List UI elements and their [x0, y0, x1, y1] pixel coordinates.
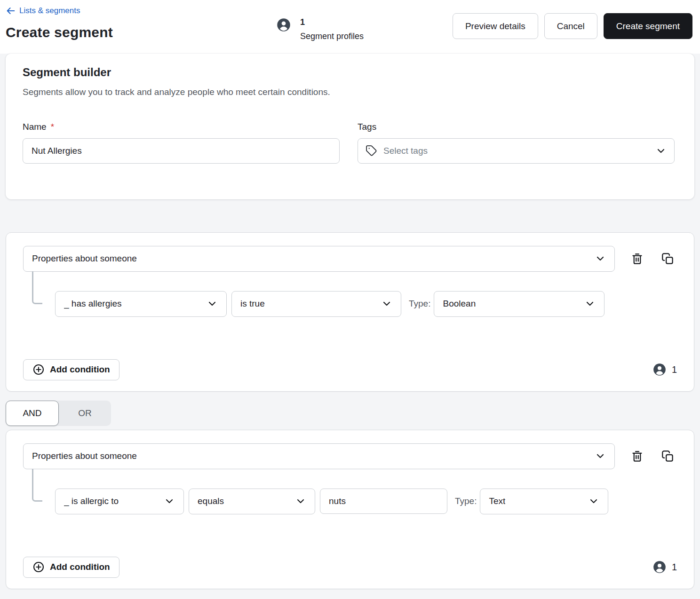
type-select-value: Text	[489, 496, 505, 506]
profile-count-value: 1	[300, 18, 364, 27]
condition-header: Properties about someone	[23, 246, 677, 272]
connector-line	[32, 271, 42, 304]
category-select[interactable]: Properties about someone	[23, 443, 615, 469]
profile-count-label: Segment profiles	[300, 32, 364, 41]
profile-icon	[277, 18, 291, 32]
property-select-value: _ is allergic to	[64, 496, 119, 506]
builder-description: Segments allow you to track and analyze …	[23, 87, 675, 97]
chevron-down-icon	[595, 450, 606, 462]
condition-footer: Add condition 1	[23, 557, 677, 578]
chevron-down-icon	[381, 298, 392, 309]
type-select-value: Boolean	[443, 299, 476, 309]
property-select[interactable]: _ has allergies	[55, 291, 227, 317]
or-toggle-button[interactable]: OR	[59, 401, 111, 426]
type-label: Type:	[455, 496, 477, 506]
add-condition-label: Add condition	[50, 562, 110, 572]
preview-details-button[interactable]: Preview details	[453, 13, 538, 39]
builder-heading: Segment builder	[23, 66, 675, 79]
tags-select[interactable]	[358, 138, 675, 164]
type-group: Type: Boolean	[409, 291, 605, 317]
segment-name-input[interactable]	[23, 138, 340, 164]
type-select[interactable]: Boolean	[434, 291, 605, 317]
type-select[interactable]: Text	[480, 489, 608, 514]
trash-icon	[631, 450, 644, 463]
condition-value-input[interactable]	[320, 489, 447, 514]
operator-select[interactable]: equals	[189, 489, 315, 514]
group-profile-count: 1	[653, 560, 677, 574]
tags-input[interactable]	[383, 146, 649, 156]
chevron-down-icon	[584, 298, 596, 309]
operator-select-value: is true	[240, 299, 265, 309]
delete-condition-button[interactable]	[629, 251, 645, 267]
operator-select[interactable]: is true	[231, 291, 401, 317]
category-select-value: Properties about someone	[32, 253, 137, 264]
name-label-text: Name	[23, 122, 47, 132]
copy-icon	[661, 450, 674, 463]
group-profile-count: 1	[653, 363, 677, 376]
chevron-down-icon	[595, 253, 606, 264]
profile-stat-text: 1 Segment profiles	[300, 18, 364, 41]
nested-condition-wrap: _ has allergies is true Type: Boolean	[23, 272, 677, 317]
and-toggle-button[interactable]: AND	[6, 401, 59, 426]
chevron-down-icon	[207, 298, 218, 309]
add-condition-button[interactable]: Add condition	[23, 359, 119, 380]
connector-line	[32, 469, 42, 502]
and-or-toggle: AND OR	[6, 401, 111, 426]
tag-icon	[366, 145, 377, 157]
tags-label-text: Tags	[358, 122, 376, 132]
builder-fields-row: Name * Tags	[23, 122, 675, 164]
copy-icon	[661, 252, 674, 265]
segment-builder-card: Segment builder Segments allow you to tr…	[6, 54, 694, 199]
trash-icon	[631, 252, 644, 265]
add-condition-label: Add condition	[50, 364, 110, 375]
profile-icon	[653, 560, 666, 574]
arrow-left-icon	[6, 6, 16, 16]
plus-circle-icon	[32, 561, 45, 573]
header-left: Lists & segments Create segment	[6, 5, 277, 40]
chevron-down-icon	[655, 145, 667, 157]
operator-select-value: equals	[198, 496, 224, 506]
segment-profiles-stat: 1 Segment profiles	[277, 18, 364, 41]
chevron-down-icon	[588, 496, 599, 507]
type-group: Type: Text	[455, 489, 608, 514]
condition-row: _ is allergic to equals Type: Text	[55, 469, 677, 514]
page-header: Lists & segments Create segment 1 Segmen…	[0, 0, 700, 54]
type-label: Type:	[409, 299, 430, 309]
back-link[interactable]: Lists & segments	[6, 5, 80, 17]
plus-circle-icon	[32, 363, 45, 376]
delete-condition-button[interactable]	[629, 448, 645, 465]
condition-group-1: Properties about someone _ has allergies	[6, 232, 694, 392]
chevron-down-icon	[295, 496, 306, 507]
duplicate-condition-button[interactable]	[660, 448, 676, 465]
condition-row: _ has allergies is true Type: Boolean	[55, 272, 677, 317]
nested-condition-wrap: _ is allergic to equals Type: Text	[23, 469, 677, 514]
condition-group-2: Properties about someone _ is allergic t…	[6, 430, 694, 589]
category-select-value: Properties about someone	[32, 451, 137, 461]
condition-footer: Add condition 1	[23, 359, 677, 380]
property-select[interactable]: _ is allergic to	[55, 489, 184, 514]
duplicate-condition-button[interactable]	[660, 251, 676, 267]
category-select[interactable]: Properties about someone	[23, 246, 615, 272]
tags-field-group: Tags	[358, 122, 675, 164]
create-segment-button[interactable]: Create segment	[604, 13, 692, 39]
back-link-label: Lists & segments	[19, 6, 80, 16]
page-title: Create segment	[6, 24, 277, 40]
header-actions: Preview details Cancel Create segment	[453, 13, 692, 39]
cancel-button[interactable]: Cancel	[544, 13, 597, 39]
group-profile-count-value: 1	[672, 364, 677, 375]
group-profile-count-value: 1	[672, 562, 677, 573]
name-label: Name *	[23, 122, 340, 132]
condition-header: Properties about someone	[23, 443, 677, 469]
property-select-value: _ has allergies	[64, 299, 122, 309]
tags-label: Tags	[358, 122, 675, 132]
profile-icon	[653, 363, 666, 376]
chevron-down-icon	[164, 496, 175, 507]
add-condition-button[interactable]: Add condition	[23, 557, 119, 578]
name-field-group: Name *	[23, 122, 340, 164]
required-asterisk: *	[51, 122, 54, 132]
